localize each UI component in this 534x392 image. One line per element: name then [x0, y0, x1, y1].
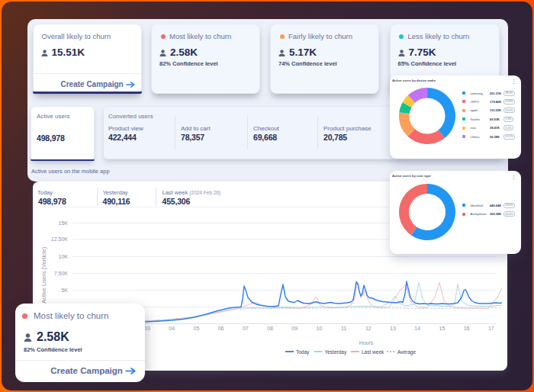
- svg-text:5K: 5K: [61, 288, 68, 293]
- svg-text:04: 04: [169, 326, 175, 331]
- svg-text:15: 15: [439, 326, 446, 331]
- svg-text:14: 14: [414, 326, 420, 331]
- svg-text:10: 10: [317, 326, 323, 331]
- svg-text:17: 17: [488, 326, 494, 331]
- svg-text:06: 06: [218, 326, 224, 331]
- svg-text:12.50K: 12.50K: [51, 236, 69, 242]
- svg-text:16: 16: [464, 326, 470, 331]
- svg-text:07: 07: [243, 326, 249, 331]
- svg-text:Hours: Hours: [359, 340, 374, 345]
- svg-text:Yesterday: Yesterday: [325, 349, 347, 355]
- svg-text:09: 09: [291, 326, 298, 331]
- svg-text:11: 11: [341, 326, 346, 331]
- svg-text:Average: Average: [397, 349, 416, 355]
- svg-text:12: 12: [365, 326, 372, 331]
- svg-text:05: 05: [194, 326, 200, 331]
- svg-text:Today: Today: [296, 349, 310, 355]
- svg-text:03: 03: [144, 326, 150, 331]
- svg-text:15K: 15K: [59, 220, 69, 226]
- svg-text:10K: 10K: [59, 254, 69, 259]
- svg-text:7.50K: 7.50K: [54, 271, 69, 276]
- svg-text:Last week: Last week: [362, 349, 384, 355]
- svg-text:13: 13: [390, 326, 396, 331]
- svg-text:08: 08: [267, 326, 273, 331]
